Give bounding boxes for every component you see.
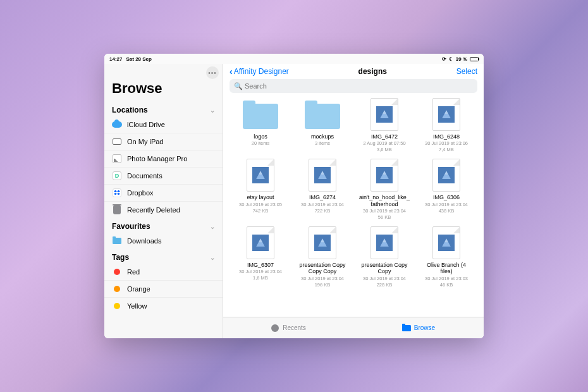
trash-icon bbox=[112, 205, 122, 215]
tag-dot-icon bbox=[112, 301, 122, 311]
tab-browse-label: Browse bbox=[414, 324, 435, 331]
chevron-down-icon: ⌄ bbox=[210, 254, 215, 261]
item-meta-size: 3,6 MB bbox=[377, 147, 392, 152]
ipad-window: 14:27 Sat 28 Sep ⟳ ☾ 39 % ••• Browse Loc… bbox=[104, 54, 484, 338]
status-date: Sat 28 Sep bbox=[126, 56, 151, 62]
bottom-tabs: Recents Browse bbox=[223, 317, 484, 338]
file-thumb-icon bbox=[303, 159, 342, 192]
documents-app-icon: D bbox=[112, 171, 122, 181]
battery-icon bbox=[470, 57, 479, 61]
item-meta-date: 2 Aug 2019 at 07:50 bbox=[363, 140, 405, 146]
item-meta-size: 438 KB bbox=[439, 208, 455, 214]
item-meta-size: 46 KB bbox=[440, 282, 453, 288]
file-thumb-icon bbox=[427, 226, 466, 259]
main-panel: ‹ Affinity Designer designs Select 🔍 log… bbox=[223, 64, 484, 338]
item-name: Olive Branch (4 files) bbox=[421, 262, 472, 275]
file-item[interactable]: presentation Copy Copy 30 Jul 2019 at 23… bbox=[356, 226, 413, 288]
more-button[interactable]: ••• bbox=[206, 66, 219, 79]
select-button[interactable]: Select bbox=[456, 67, 477, 76]
tag-item[interactable]: Yellow bbox=[104, 298, 223, 314]
chevron-left-icon: ‹ bbox=[230, 66, 233, 77]
file-item[interactable]: IMG_6472 2 Aug 2019 at 07:50 3,6 MB bbox=[356, 98, 413, 152]
status-orientation-lock-icon: ⟳ bbox=[442, 56, 446, 62]
item-name: mockups bbox=[311, 133, 334, 140]
item-meta-date: 30 Jul 2019 at 23:04 bbox=[301, 202, 344, 207]
file-grid-scroll[interactable]: logos 20 items mockups 3 items IMG_6472 … bbox=[223, 97, 484, 317]
location-icloud-drive[interactable]: iCloud Drive bbox=[104, 116, 223, 133]
file-item[interactable]: IMG_6248 30 Jul 2019 at 23:06 7,4 MB bbox=[418, 98, 475, 152]
item-meta-size: 1,6 MB bbox=[253, 275, 268, 281]
files-app: ••• Browse Locations ⌄ iCloud Drive On M… bbox=[104, 64, 484, 338]
item-meta-size: 228 KB bbox=[377, 282, 393, 288]
favourites-header[interactable]: Favourites ⌄ bbox=[104, 218, 223, 233]
item-name: etsy layout bbox=[247, 194, 274, 200]
file-item[interactable]: Olive Branch (4 files) 30 Jul 2019 at 23… bbox=[418, 226, 475, 288]
file-item[interactable]: IMG_6307 30 Jul 2019 at 23:04 1,6 MB bbox=[232, 226, 289, 288]
item-name: presentation Copy Copy Copy bbox=[297, 262, 348, 275]
item-meta-size: 742 KB bbox=[253, 208, 269, 214]
folder-icon bbox=[112, 236, 122, 246]
dropbox-icon bbox=[112, 188, 122, 198]
folder-thumb-icon bbox=[241, 98, 280, 131]
item-meta-date: 20 items bbox=[252, 140, 269, 146]
file-thumb-icon bbox=[365, 159, 404, 192]
location-label: Dropbox bbox=[127, 189, 154, 197]
tag-dot-icon bbox=[112, 284, 122, 294]
favourites-list: Downloads bbox=[104, 233, 223, 249]
item-meta-date: 30 Jul 2019 at 23:04 bbox=[425, 202, 468, 207]
locations-header[interactable]: Locations ⌄ bbox=[104, 102, 223, 116]
location-label: Documents bbox=[127, 172, 162, 180]
item-name: IMG_6274 bbox=[309, 194, 336, 200]
file-thumb-icon bbox=[241, 159, 280, 192]
tags-header[interactable]: Tags ⌄ bbox=[104, 249, 223, 264]
file-item[interactable]: ain't_no_hood_like_fatherhood 30 Jul 201… bbox=[356, 159, 413, 220]
location-label: On My iPad bbox=[127, 138, 163, 145]
folder-item[interactable]: mockups 3 items bbox=[294, 98, 351, 152]
item-name: IMG_6248 bbox=[433, 133, 460, 140]
tag-label: Red bbox=[127, 268, 140, 276]
status-dnd-icon: ☾ bbox=[449, 56, 453, 62]
file-item[interactable]: presentation Copy Copy Copy 30 Jul 2019 … bbox=[294, 226, 351, 288]
file-thumb-icon bbox=[241, 226, 280, 259]
locations-list: iCloud Drive On My iPad Photo Manager Pr… bbox=[104, 116, 223, 218]
location-label: Photo Manager Pro bbox=[127, 155, 187, 162]
locations-header-label: Locations bbox=[112, 106, 148, 114]
favourite-downloads[interactable]: Downloads bbox=[104, 233, 223, 249]
location-label: iCloud Drive bbox=[127, 121, 165, 128]
search-icon: 🔍 bbox=[234, 82, 243, 90]
icloud-icon bbox=[112, 119, 122, 130]
location-on-my-ipad[interactable]: On My iPad bbox=[104, 133, 223, 150]
item-name: IMG_6307 bbox=[247, 262, 274, 268]
search-input[interactable] bbox=[230, 79, 477, 93]
tag-item[interactable]: Red bbox=[104, 264, 223, 281]
folder-item[interactable]: logos 20 items bbox=[232, 98, 289, 152]
location-recently-deleted[interactable]: Recently Deleted bbox=[104, 202, 223, 218]
tag-item[interactable]: Orange bbox=[104, 281, 223, 298]
item-name: presentation Copy Copy bbox=[359, 262, 410, 275]
tab-browse[interactable]: Browse bbox=[353, 317, 484, 338]
tab-recents-label: Recents bbox=[283, 324, 306, 331]
location-dropbox[interactable]: Dropbox bbox=[104, 185, 223, 202]
tab-recents[interactable]: Recents bbox=[223, 317, 353, 338]
chevron-down-icon: ⌄ bbox=[210, 223, 215, 230]
file-thumb-icon bbox=[303, 226, 342, 259]
file-thumb-icon bbox=[365, 98, 404, 131]
topbar: ‹ Affinity Designer designs Select bbox=[223, 64, 484, 79]
status-time: 14:27 bbox=[109, 56, 122, 62]
sidebar: ••• Browse Locations ⌄ iCloud Drive On M… bbox=[104, 64, 223, 338]
location-photo-manager-pro[interactable]: Photo Manager Pro bbox=[104, 150, 223, 168]
location-documents[interactable]: DDocuments bbox=[104, 168, 223, 185]
item-meta-date: 30 Jul 2019 at 23:04 bbox=[301, 276, 344, 281]
file-item[interactable]: IMG_6274 30 Jul 2019 at 23:04 722 KB bbox=[294, 159, 351, 220]
chevron-down-icon: ⌄ bbox=[210, 107, 215, 114]
item-meta-size: 56 KB bbox=[378, 214, 391, 220]
favourites-header-label: Favourites bbox=[112, 222, 150, 231]
file-item[interactable]: etsy layout 30 Jul 2019 at 23:05 742 KB bbox=[232, 159, 289, 220]
clock-icon bbox=[271, 324, 279, 333]
item-name: IMG_6472 bbox=[371, 133, 398, 140]
ipad-icon bbox=[112, 137, 122, 147]
back-button[interactable]: ‹ Affinity Designer bbox=[230, 66, 289, 77]
item-meta-date: 30 Jul 2019 at 23:04 bbox=[363, 208, 406, 214]
file-item[interactable]: IMG_6306 30 Jul 2019 at 23:04 438 KB bbox=[418, 159, 475, 220]
item-meta-date: 3 items bbox=[315, 140, 330, 146]
